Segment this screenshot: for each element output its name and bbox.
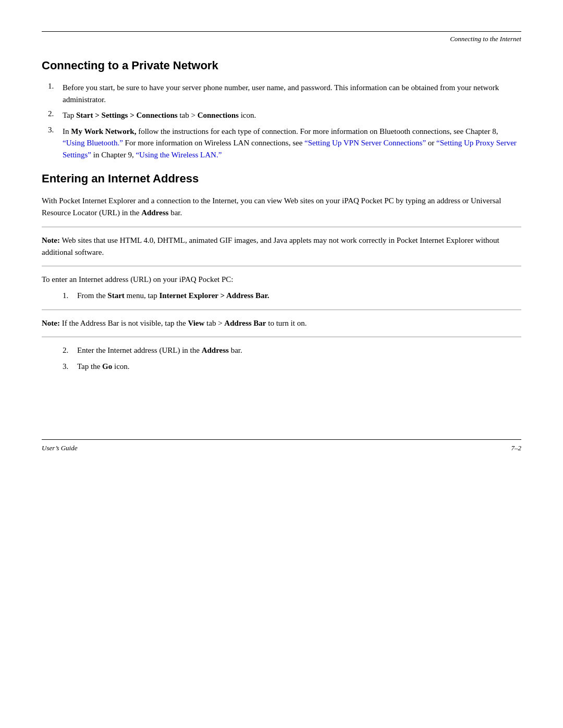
- step-2-bold-start: Start > Settings > Connections: [76, 111, 178, 119]
- step-3-private: 3. In My Work Network, follow the instru…: [42, 126, 521, 161]
- header-rule: [42, 31, 521, 32]
- page-container: Connecting to the Internet Connecting to…: [0, 0, 563, 728]
- main-content: Connecting to a Private Network 1. Befor…: [0, 59, 563, 439]
- step-indent-1: 1. From the Start menu, tap Internet Exp…: [42, 290, 521, 302]
- step-intro-para: To enter an Internet address (URL) on yo…: [42, 274, 521, 286]
- note-1-label: Note:: [42, 236, 60, 244]
- step-2-private: 2. Tap Start > Settings > Connections ta…: [42, 109, 521, 121]
- link-vpn[interactable]: “Setting Up VPN Server Connections”: [304, 139, 426, 147]
- content-rule-3: [42, 310, 521, 310]
- step2-bold-address: Address: [202, 346, 229, 354]
- internet-step-1: 1. From the Start menu, tap Internet Exp…: [63, 290, 521, 302]
- link-proxy[interactable]: “Setting Up Proxy Server Settings”: [63, 139, 517, 159]
- internet-step-3-num: 3.: [63, 361, 77, 373]
- step-1-content: Before you start, be sure to have your s…: [63, 82, 521, 105]
- link-wireless-lan[interactable]: “Using the Wireless LAN.”: [136, 151, 222, 159]
- note-block-1: Note: Web sites that use HTML 4.0, DHTML…: [42, 235, 521, 259]
- internet-step-3: 3. Tap the Go icon.: [63, 361, 521, 373]
- footer: User’s Guide 7–2: [0, 444, 563, 452]
- section-internet-address: Entering an Internet Address With Pocket…: [42, 172, 521, 373]
- step1-bold-start: Start: [107, 291, 125, 300]
- step-indent-2-3: 2. Enter the Internet address (URL) in t…: [42, 344, 521, 373]
- step-1-num: 1.: [48, 82, 63, 105]
- step3-bold-go: Go: [102, 362, 112, 371]
- footer-right: 7–2: [511, 444, 522, 452]
- section-heading-internet-address: Entering an Internet Address: [42, 172, 521, 186]
- step-1-private: 1. Before you start, be sure to have you…: [42, 82, 521, 105]
- header-text: Connecting to the Internet: [0, 35, 563, 43]
- content-rule-1: [42, 227, 521, 227]
- footer-left: User’s Guide: [42, 444, 78, 452]
- link-bluetooth[interactable]: “Using Bluetooth.”: [63, 139, 123, 147]
- content-rule-2: [42, 266, 521, 266]
- footer-rule: [42, 439, 521, 440]
- internet-step-2-content: Enter the Internet address (URL) in the …: [77, 344, 521, 356]
- intro-address-bold: Address: [141, 208, 168, 217]
- content-rule-4: [42, 337, 521, 337]
- steps-list-private-network: 1. Before you start, be sure to have you…: [42, 82, 521, 161]
- step-3-num: 3.: [48, 126, 63, 161]
- note-block-2: Note: If the Address Bar is not visible,…: [42, 317, 521, 329]
- step-2-bold-connections: Connections: [198, 111, 239, 119]
- step1-bold-ie: Internet Explorer > Address Bar.: [160, 291, 270, 300]
- step-3-content: In My Work Network, follow the instructi…: [63, 126, 521, 161]
- internet-step-3-content: Tap the Go icon.: [77, 361, 521, 373]
- note-2-label: Note:: [42, 319, 60, 327]
- internet-step-2: 2. Enter the Internet address (URL) in t…: [63, 344, 521, 356]
- note-2-bold-addressbar: Address Bar: [224, 319, 266, 327]
- step-3-bold-mywork: My Work Network,: [71, 127, 136, 135]
- bottom-spacer: [42, 377, 521, 439]
- note-2-bold-view: View: [188, 319, 204, 327]
- intro-paragraph: With Pocket Internet Explorer and a conn…: [42, 195, 521, 219]
- section-private-network: Connecting to a Private Network 1. Befor…: [42, 59, 521, 161]
- internet-step-1-content: From the Start menu, tap Internet Explor…: [77, 290, 521, 302]
- chapter-title: Connecting to the Internet: [450, 35, 521, 43]
- section-heading-private-network: Connecting to a Private Network: [42, 59, 521, 72]
- internet-step-2-num: 2.: [63, 344, 77, 356]
- internet-step-1-num: 1.: [63, 290, 77, 302]
- step-2-content: Tap Start > Settings > Connections tab >…: [63, 109, 521, 121]
- step-2-num: 2.: [48, 109, 63, 121]
